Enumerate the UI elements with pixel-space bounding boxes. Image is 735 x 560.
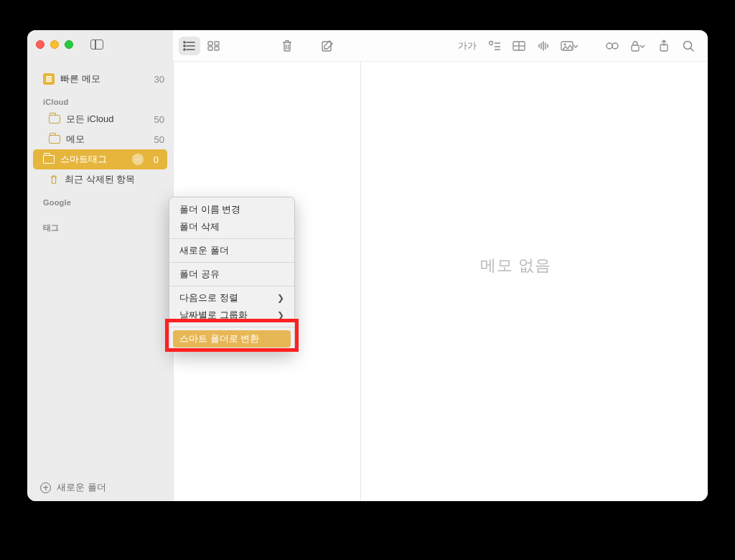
- ctx-sort-by[interactable]: 다음으로 정렬❯: [169, 289, 294, 307]
- sidebar-item-count: 30: [154, 74, 166, 85]
- sidebar: 빠른 메모 30 iCloud 모든 iCloud 50 메모 50 스마트태그…: [27, 30, 173, 501]
- svg-point-25: [607, 43, 612, 49]
- ctx-separator: [169, 262, 294, 263]
- svg-point-5: [184, 49, 185, 50]
- sidebar-item-all-icloud[interactable]: 모든 iCloud 50: [27, 109, 173, 129]
- sidebar-item-label: 최근 삭제된 항목: [65, 173, 135, 186]
- sidebar-item-recently-deleted[interactable]: 최근 삭제된 항목: [27, 169, 173, 190]
- toolbar: 가가: [173, 30, 708, 62]
- sidebar-item-label: 빠른 메모: [60, 73, 100, 85]
- new-folder-label: 새로운 폴더: [57, 481, 106, 494]
- quick-note-icon: [43, 73, 55, 85]
- ctx-delete-folder[interactable]: 폴더 삭제: [169, 218, 294, 235]
- link-button[interactable]: [601, 37, 623, 55]
- sidebar-section-icloud: iCloud: [27, 89, 173, 109]
- fullscreen-window-button[interactable]: [65, 40, 73, 49]
- ctx-separator: [169, 286, 294, 286]
- sidebar-item-label: 메모: [66, 133, 85, 146]
- svg-line-30: [691, 48, 694, 51]
- sidebar-body: 빠른 메모 30 iCloud 모든 iCloud 50 메모 50 스마트태그…: [27, 59, 173, 474]
- checklist-button[interactable]: [484, 37, 505, 55]
- ctx-share-folder[interactable]: 폴더 공유: [169, 266, 294, 283]
- folder-icon: [43, 155, 55, 164]
- sidebar-item-count: 50: [154, 114, 166, 125]
- ctx-item-label: 폴더 공유: [179, 268, 220, 281]
- ctx-group-by-date[interactable]: 날짜별로 그룹화❯: [169, 307, 294, 324]
- svg-point-24: [564, 43, 566, 45]
- svg-point-4: [184, 45, 185, 47]
- sidebar-item-notes[interactable]: 메모 50: [27, 129, 173, 149]
- ctx-item-label: 새로운 폴더: [179, 244, 229, 257]
- window-traffic-lights: [36, 40, 73, 49]
- svg-point-3: [184, 42, 185, 43]
- sidebar-section-google: Google: [27, 190, 173, 210]
- svg-rect-6: [208, 42, 212, 45]
- lock-button[interactable]: [626, 37, 650, 55]
- ctx-convert-to-smart-folder[interactable]: 스마트 폴더로 변환: [173, 330, 291, 347]
- delete-note-button[interactable]: [276, 37, 298, 55]
- close-window-button[interactable]: [36, 40, 45, 49]
- ctx-rename-folder[interactable]: 폴더 이름 변경: [169, 201, 294, 218]
- sidebar-item-quick-note[interactable]: 빠른 메모 30: [27, 69, 173, 89]
- format-font-button[interactable]: 가가: [454, 37, 481, 55]
- ctx-item-label: 폴더 이름 변경: [179, 203, 240, 216]
- svg-point-11: [490, 41, 493, 45]
- more-icon[interactable]: ⋯: [132, 154, 144, 165]
- svg-rect-27: [632, 45, 639, 51]
- view-grid-button[interactable]: [203, 37, 225, 55]
- sidebar-item-count: 50: [154, 134, 166, 145]
- svg-point-29: [684, 41, 692, 49]
- search-button[interactable]: [678, 37, 699, 55]
- sidebar-item-label: 모든 iCloud: [66, 113, 113, 126]
- titlebar-left: [27, 30, 173, 59]
- sidebar-item-label: 스마트태그: [60, 153, 107, 166]
- ctx-separator: [169, 238, 294, 239]
- svg-rect-9: [215, 47, 219, 50]
- folder-icon: [49, 115, 60, 123]
- plus-circle-icon: [40, 482, 51, 493]
- context-menu: 폴더 이름 변경 폴더 삭제 새로운 폴더 폴더 공유 다음으로 정렬❯ 날짜별…: [169, 197, 295, 352]
- sidebar-item-count: 0: [154, 154, 160, 165]
- minimize-window-button[interactable]: [50, 40, 59, 49]
- folder-icon: [49, 135, 60, 144]
- new-note-button[interactable]: [317, 37, 338, 55]
- ctx-separator: [169, 327, 294, 327]
- media-button[interactable]: [557, 37, 583, 55]
- ctx-new-folder[interactable]: 새로운 폴더: [169, 242, 294, 259]
- toggle-sidebar-icon[interactable]: [90, 39, 103, 50]
- sidebar-item-smart-tag[interactable]: 스마트태그 ⋯ 0: [33, 149, 167, 169]
- sidebar-footer-new-folder[interactable]: 새로운 폴더: [27, 474, 173, 501]
- app-window: 빠른 메모 30 iCloud 모든 iCloud 50 메모 50 스마트태그…: [27, 30, 708, 501]
- share-button[interactable]: [653, 37, 675, 55]
- table-button[interactable]: [508, 37, 530, 55]
- ctx-item-label: 다음으로 정렬: [179, 291, 238, 304]
- format-font-label: 가가: [458, 39, 477, 52]
- svg-rect-7: [215, 42, 219, 45]
- view-list-button[interactable]: [179, 37, 200, 55]
- ctx-item-label: 날짜별로 그룹화: [179, 309, 248, 322]
- sidebar-section-tags: 태그: [27, 210, 173, 236]
- chevron-right-icon: ❯: [277, 310, 284, 320]
- empty-state-text: 메모 없음: [480, 255, 551, 276]
- trash-icon: [49, 174, 59, 185]
- chevron-right-icon: ❯: [277, 293, 284, 303]
- ctx-item-label: 폴더 삭제: [179, 220, 220, 233]
- audio-button[interactable]: [533, 37, 554, 55]
- ctx-item-label: 스마트 폴더로 변환: [179, 332, 259, 345]
- svg-point-26: [612, 43, 618, 49]
- svg-rect-8: [208, 47, 212, 50]
- note-detail-column: 메모 없음: [361, 30, 708, 501]
